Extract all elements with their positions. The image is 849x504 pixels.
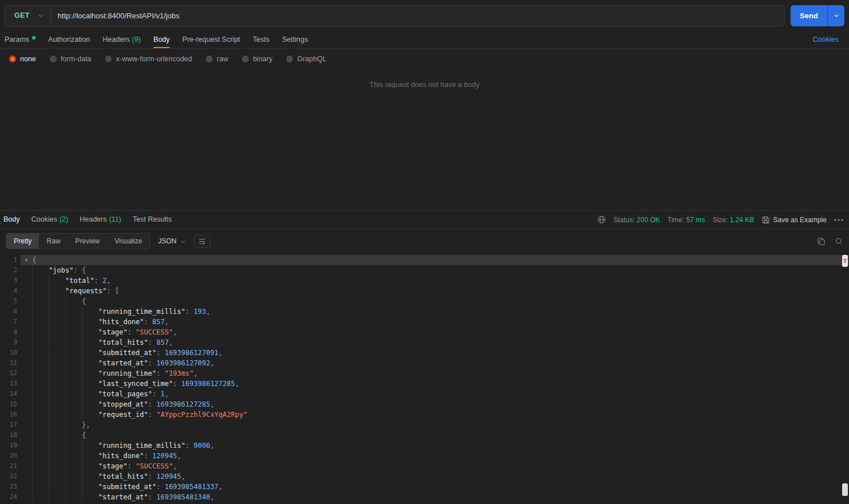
- request-tab-pre-request-script[interactable]: Pre-request Script: [182, 31, 240, 48]
- body-type-binary[interactable]: binary: [242, 55, 272, 63]
- line-number: 23: [0, 482, 21, 492]
- scrollbar-top-marker[interactable]: T: [842, 255, 848, 267]
- view-tab-group: PrettyRawPreviewVisualize: [6, 233, 150, 249]
- response-tab-cookies-label: Cookies: [32, 215, 57, 223]
- size-label: Size:: [713, 216, 728, 224]
- code-line: 15"stopped_at": 1693986127285,: [0, 399, 849, 410]
- request-tab-body-label: Body: [154, 36, 170, 44]
- response-tabs-list: BodyCookies(2)Headers(11)Test Results: [3, 211, 183, 229]
- response-tab-headers-count: (11): [109, 215, 121, 223]
- status-label: Status:: [613, 216, 635, 224]
- view-tab-pretty[interactable]: Pretty: [6, 234, 39, 249]
- line-number: 8: [0, 327, 21, 337]
- response-toolbar: PrettyRawPreviewVisualize JSON: [0, 229, 849, 253]
- code-line: 3"total": 2,: [0, 275, 849, 286]
- scrollbar-thumb[interactable]: [842, 483, 848, 496]
- body-type-graphql-label: GraphQL: [297, 55, 326, 63]
- line-number: 19: [0, 440, 21, 451]
- save-icon: [762, 216, 770, 224]
- body-type-binary-label: binary: [253, 55, 272, 63]
- body-type-options: noneform-datax-www-form-urlencodedrawbin…: [0, 49, 849, 69]
- code-line: 22"total_hits": 120945,: [0, 471, 849, 482]
- radio-graphql: [286, 56, 293, 62]
- empty-body-message: This request does not have a body: [0, 81, 849, 89]
- search-response-button[interactable]: [835, 237, 843, 246]
- response-tab-headers-label: Headers: [80, 215, 107, 223]
- status-value: 200 OK: [637, 216, 660, 224]
- code-line: 10"submitted_at": 1693986127091,: [0, 348, 849, 358]
- line-number: 5: [0, 296, 21, 306]
- body-type-form-data[interactable]: form-data: [50, 55, 92, 63]
- fold-toggle-icon[interactable]: ▾: [21, 255, 32, 265]
- line-number: 2: [0, 265, 21, 275]
- url-box: GET: [5, 5, 785, 26]
- request-tab-settings[interactable]: Settings: [282, 31, 308, 48]
- request-tab-params-label: Params: [5, 36, 29, 44]
- view-tab-visualize[interactable]: Visualize: [107, 234, 150, 249]
- line-number: 21: [0, 461, 21, 471]
- request-tab-headers-label: Headers: [103, 36, 130, 44]
- line-number: 15: [0, 399, 21, 410]
- status-badge[interactable]: Status: 200 OK: [613, 216, 660, 224]
- copy-response-button[interactable]: [817, 237, 825, 246]
- line-number: 10: [0, 348, 21, 358]
- code-line: 16"request_id": "AYppcPzzhl9CxYqA2Rpy": [0, 410, 849, 420]
- code-line: 4"requests": [: [0, 286, 849, 296]
- code-line: 8"stage": "SUCCESS",: [0, 327, 849, 337]
- request-tab-tests-label: Tests: [253, 36, 269, 44]
- response-tab-cookies-count: (2): [60, 215, 68, 223]
- view-tab-preview[interactable]: Preview: [68, 234, 107, 249]
- code-line: 5{: [0, 296, 849, 306]
- format-dropdown[interactable]: JSON: [158, 237, 186, 245]
- more-actions-button[interactable]: [834, 219, 843, 221]
- size-badge[interactable]: Size: 1.24 KB: [713, 216, 754, 224]
- method-selector[interactable]: GET: [5, 6, 50, 26]
- request-tab-settings-label: Settings: [282, 36, 308, 44]
- time-value: 57 ms: [686, 216, 705, 224]
- vertical-scrollbar[interactable]: T: [842, 253, 848, 504]
- send-button[interactable]: Send: [791, 5, 827, 26]
- params-active-dot: [32, 36, 36, 40]
- request-tab-headers[interactable]: Headers(9): [103, 31, 141, 48]
- code-lines: 1▾{2"jobs": {3"total": 2,4"requests": [5…: [0, 255, 849, 502]
- code-line: 12"running_time": "193ms",: [0, 368, 849, 379]
- url-input[interactable]: [51, 11, 784, 20]
- request-tab-pre-request-script-label: Pre-request Script: [182, 36, 240, 44]
- line-number: 16: [0, 410, 21, 420]
- network-globe-icon[interactable]: [597, 215, 606, 224]
- body-type-x-www-form-urlencoded-label: x-www-form-urlencoded: [116, 55, 192, 63]
- body-type-none[interactable]: none: [9, 55, 36, 63]
- code-line: 14"total_pages": 1,: [0, 389, 849, 399]
- code-line: 24"started_at": 1693985481340,: [0, 492, 849, 502]
- body-type-x-www-form-urlencoded[interactable]: x-www-form-urlencoded: [105, 55, 192, 63]
- cookies-link[interactable]: Cookies: [813, 36, 849, 44]
- response-tab-test-results[interactable]: Test Results: [133, 211, 172, 229]
- line-number: 1: [0, 255, 21, 265]
- response-tab-cookies[interactable]: Cookies(2): [32, 211, 68, 229]
- chevron-down-icon: [181, 239, 186, 244]
- request-tab-params[interactable]: Params: [5, 31, 36, 48]
- code-line: 20"hits_done": 120945,: [0, 451, 849, 461]
- request-tab-body[interactable]: Body: [154, 31, 170, 48]
- radio-x-www-form-urlencoded: [105, 56, 112, 62]
- body-type-none-label: none: [20, 55, 36, 63]
- response-tab-headers[interactable]: Headers(11): [80, 211, 122, 229]
- body-type-raw-label: raw: [217, 55, 228, 63]
- chevron-down-icon: [834, 13, 839, 18]
- request-tab-authorization[interactable]: Authorization: [48, 31, 90, 48]
- line-number: 17: [0, 420, 21, 430]
- time-badge[interactable]: Time: 57 ms: [667, 216, 705, 224]
- save-as-example-button[interactable]: Save as Example: [762, 216, 827, 224]
- body-type-graphql[interactable]: GraphQL: [286, 55, 326, 63]
- request-url-bar: GET Send: [0, 0, 849, 31]
- line-number: 11: [0, 358, 21, 368]
- format-label: JSON: [158, 237, 177, 245]
- request-tab-tests[interactable]: Tests: [253, 31, 269, 48]
- view-tab-raw[interactable]: Raw: [39, 234, 68, 249]
- send-options-button[interactable]: [827, 5, 844, 26]
- response-tab-body[interactable]: Body: [3, 211, 20, 229]
- code-line: 23"submitted_at": 1693985481337,: [0, 482, 849, 492]
- body-type-raw[interactable]: raw: [206, 55, 228, 63]
- wrap-text-button[interactable]: [194, 235, 210, 248]
- response-tab-body-label: Body: [3, 215, 20, 223]
